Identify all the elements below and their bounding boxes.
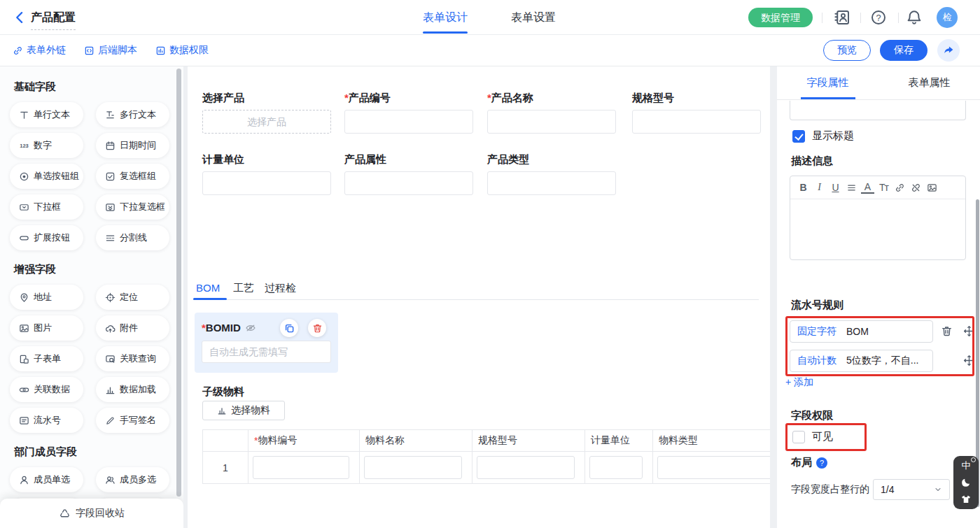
delete-field-button[interactable]	[308, 319, 326, 337]
unit-cell-input[interactable]	[589, 456, 643, 479]
image-icon[interactable]	[925, 180, 939, 194]
field-title-input-partial[interactable]	[790, 101, 966, 120]
rule-move-icon[interactable]	[963, 325, 975, 337]
serial-rule-title: 流水号规则	[791, 299, 844, 312]
link-icon[interactable]	[893, 180, 906, 194]
sidebar-item-radio-group[interactable]: 单选按钮组	[10, 164, 83, 189]
field-recycle-bin[interactable]: 字段回收站	[0, 499, 183, 528]
bold-icon[interactable]: B	[797, 180, 810, 194]
help-icon[interactable]	[870, 9, 887, 26]
tab-bom[interactable]: BOM	[196, 282, 220, 294]
description-title: 描述信息	[791, 155, 833, 168]
unlink-icon[interactable]	[909, 180, 923, 194]
italic-icon[interactable]: I	[813, 180, 826, 194]
layout-help-icon[interactable]: ?	[816, 457, 827, 469]
product-code-input[interactable]	[344, 110, 473, 134]
material-type-input[interactable]	[657, 456, 770, 479]
field-select-product[interactable]: 选择产品	[202, 92, 331, 134]
sidebar-item-attachment[interactable]: 附件	[96, 315, 169, 341]
sidebar-item-multi-line-text[interactable]: 多行文本	[96, 102, 169, 127]
table-header-row: *物料编号 物料名称 规格型号 计量单位 物料类型	[203, 430, 770, 452]
product-type-input[interactable]	[487, 171, 616, 195]
rule-move-icon[interactable]	[963, 355, 975, 366]
sidebar-item-signature[interactable]: 手写签名	[96, 408, 169, 433]
serial-rule-auto-count[interactable]: 自动计数 5位数字，不自...	[790, 350, 933, 372]
sidebar-item-checkbox-group[interactable]: 复选框组	[96, 164, 169, 189]
form-toolbar: 表单外链 后端脚本 数据权限 预览 保存	[0, 35, 980, 66]
sidebar-item-extend-button[interactable]: 扩展按钮	[10, 225, 83, 250]
field-product-type[interactable]: 产品类型	[487, 153, 616, 195]
preview-button[interactable]: 预览	[823, 40, 871, 61]
spec-model-input[interactable]	[632, 110, 761, 134]
visible-checkbox-row[interactable]: 可见	[792, 430, 833, 443]
data-manage-button[interactable]: 数据管理	[748, 8, 813, 27]
select-material-button[interactable]: 选择物料	[202, 401, 285, 420]
font-size-icon[interactable]: Tᴛ	[877, 180, 890, 194]
field-width-dropdown[interactable]: 1/4	[873, 479, 950, 500]
copy-field-button[interactable]	[280, 319, 298, 337]
sidebar-item-serial-number[interactable]: 流水号	[10, 408, 83, 433]
sidebar-item-single-line-text[interactable]: 单行文本	[10, 102, 83, 127]
language-toggle[interactable]: 中	[959, 459, 973, 473]
form-external-link[interactable]: 表单外链	[13, 44, 66, 57]
add-rule-link[interactable]: + 添加	[785, 376, 813, 389]
product-attr-input[interactable]	[344, 171, 473, 195]
data-permission-link[interactable]: 数据权限	[155, 44, 209, 57]
underline-icon[interactable]: U	[829, 180, 842, 194]
properties-panel: 字段属性 表单属性 显示标题 描述信息 B I U A Tᴛ 流水号规则 固定字…	[777, 66, 980, 528]
sidebar-item-locate[interactable]: 定位	[96, 285, 169, 310]
tab-form-design[interactable]: 表单设计	[423, 0, 468, 34]
field-product-name[interactable]: *产品名称	[487, 92, 616, 134]
tab-field-properties[interactable]: 字段属性	[777, 66, 878, 99]
share-button[interactable]	[937, 39, 960, 62]
sidebar-item-address[interactable]: 地址	[10, 285, 83, 310]
sidebar-item-multi-select[interactable]: 下拉复选框	[96, 194, 169, 220]
field-product-code[interactable]: *产品编号	[344, 92, 473, 134]
spec-model-cell-input[interactable]	[477, 456, 575, 479]
save-button[interactable]: 保存	[880, 40, 927, 61]
sidebar-item-related-data[interactable]: 关联数据	[10, 377, 83, 402]
serial-rule-fixed-char[interactable]: 固定字符 BOM	[790, 320, 933, 343]
sidebar-item-image[interactable]: 图片	[10, 315, 83, 341]
shirt-icon[interactable]	[959, 492, 973, 506]
field-unit[interactable]: 计量单位	[202, 153, 331, 195]
description-textarea[interactable]	[790, 199, 965, 259]
sidebar-item-related-query[interactable]: 关联查询	[96, 346, 169, 371]
tab-form-properties[interactable]: 表单属性	[878, 66, 980, 99]
select-product-input[interactable]	[202, 110, 331, 134]
contacts-icon[interactable]	[834, 9, 850, 26]
field-product-attr[interactable]: 产品属性	[344, 153, 473, 195]
show-title-checkbox[interactable]	[792, 130, 805, 143]
tab-process[interactable]: 工艺	[233, 282, 254, 295]
tab-process-check[interactable]: 过程检	[265, 282, 296, 295]
sidebar-item-select[interactable]: 下拉框	[10, 194, 83, 220]
material-name-input[interactable]	[364, 456, 462, 479]
back-icon[interactable]	[13, 10, 27, 24]
moon-icon[interactable]	[959, 476, 973, 490]
sidebar-item-member-multi[interactable]: 成员多选	[96, 467, 169, 492]
share-arrow-icon	[942, 44, 955, 57]
sidebar-scrollbar[interactable]	[176, 69, 181, 497]
sidebar-item-subform[interactable]: 子表单	[10, 346, 83, 371]
sidebar-item-data-load[interactable]: 数据加载	[96, 377, 169, 402]
product-name-input[interactable]	[487, 110, 616, 134]
tab-form-settings[interactable]: 表单设置	[511, 0, 556, 34]
bell-icon[interactable]	[906, 9, 923, 26]
sidebar-item-divider[interactable]: 分割线	[96, 225, 169, 250]
sidebar-item-member-single[interactable]: 成员单选	[10, 467, 83, 492]
show-title-checkbox-row[interactable]: 显示标题	[792, 129, 854, 143]
subform-tab-bar: BOM 工艺 过程检	[193, 282, 759, 300]
sidebar-item-datetime[interactable]: 日期时间	[96, 133, 169, 158]
backend-script-link[interactable]: 后端脚本	[84, 44, 137, 57]
bomid-input[interactable]	[202, 341, 331, 363]
sidebar-item-number[interactable]: 数字	[10, 133, 83, 158]
visible-checkbox[interactable]	[792, 431, 805, 443]
selected-field-bomid[interactable]: *BOMID	[195, 313, 338, 373]
field-spec-model[interactable]: 规格型号	[632, 92, 761, 134]
material-code-input[interactable]	[253, 456, 349, 479]
avatar[interactable]: 检	[937, 7, 958, 28]
align-icon[interactable]	[845, 180, 858, 194]
font-color-icon[interactable]: A	[861, 182, 874, 194]
rule-delete-icon[interactable]	[941, 325, 953, 337]
unit-input[interactable]	[202, 171, 331, 195]
